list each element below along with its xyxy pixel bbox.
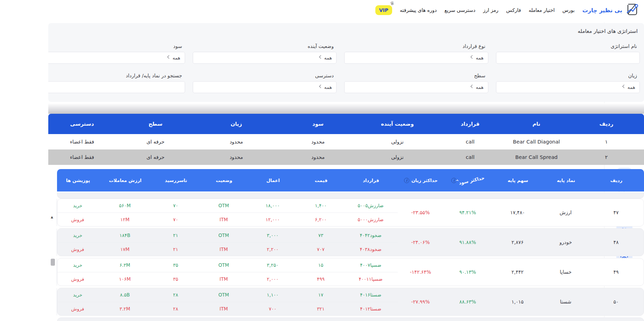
- contracts-header-cell-8[interactable]: وضعیت: [200, 178, 248, 183]
- filter-select-4[interactable]: همه: [496, 81, 640, 93]
- strategies-header-cell-5: زیان: [195, 121, 277, 127]
- filter-select-5[interactable]: همه: [344, 81, 488, 93]
- moneyness-cell: ITM: [200, 276, 247, 282]
- contracts-table-header: ردیفنماد پایهسهم پایه^حداکثر سودiحداکثر …: [57, 169, 644, 191]
- strategies-cell: نزولی: [359, 139, 436, 145]
- vip-badge[interactable]: ♕ VIP: [375, 5, 392, 15]
- filter-select-2[interactable]: همه: [193, 52, 337, 64]
- base-price-cell: ۱,۰۱۵: [492, 288, 543, 315]
- scrollbar-thumb[interactable]: [51, 259, 55, 266]
- strategies-header-cell-7: دسترسی: [48, 121, 116, 127]
- contracts-header-cell-10[interactable]: ارزش معاملات: [99, 178, 151, 183]
- trade-value-cell: ۱۲M: [99, 217, 151, 222]
- strategies-cell: حرفه ای: [116, 139, 195, 145]
- strike-cell: ۱۲,۰۰۰: [247, 217, 298, 222]
- max-profit-cell: ۹۰.۱۳%: [443, 258, 492, 286]
- leg-buy: ضسپا۴۰۰۷۱۵۳,۲۵۰OTM۳۵۶.۳Mخرید: [57, 258, 398, 272]
- strategies-cell: فقط اعضاء: [48, 139, 116, 145]
- strategies-header-cell-4: سود: [277, 121, 359, 127]
- contracts-header-label: نماد پایه: [557, 178, 575, 183]
- strike-cell: ۷۰۰: [247, 306, 298, 312]
- strategies-cell: ۲: [569, 154, 644, 160]
- contracts-header-cell-0[interactable]: ردیف: [589, 178, 644, 183]
- filter-field-1: نوع قراردادهمه: [344, 43, 488, 64]
- contracts-header-label: تاسررسید: [165, 178, 187, 183]
- filter-select-6[interactable]: همه: [193, 81, 337, 93]
- nav-item-1[interactable]: اختیار معامله: [529, 7, 555, 13]
- chevron-down-icon: [319, 84, 323, 88]
- max-loss-cell: -۲۳.۵۵%: [398, 199, 443, 226]
- scroll-up-arrow[interactable]: ▲: [51, 216, 53, 219]
- contracts-header-cell-11[interactable]: پوزیشن ها: [57, 178, 99, 183]
- filter-grid: نام استراتژینوع قراردادهمهوضعیت آیندههمه…: [48, 43, 640, 93]
- contract-link[interactable]: ضستا۴۰۱۲: [344, 306, 398, 312]
- filter-field-0: نام استراتژی: [496, 43, 640, 64]
- moneyness-cell: ITM: [200, 217, 247, 222]
- legs-area: ضستا۴۰۱۶۱۷۱,۱۰۰OTM۲۸۸.۵Bخریدضستا۴۰۱۲۳۲۱۷…: [57, 288, 398, 315]
- filter-select-3[interactable]: همه: [48, 52, 185, 64]
- strategies-table: ردیفنامقراردادوضعیت آیندهسودزیانسطحدسترس…: [48, 114, 644, 165]
- contract-link[interactable]: ضسپا۴۰۰۱۱: [344, 276, 398, 282]
- nav-menu: بورساختیار معاملهفارکسرمز ارزدسترسی سریع…: [400, 7, 575, 13]
- days-to-expiry-cell: ۲۱: [151, 246, 200, 252]
- contracts-header-cell-3[interactable]: ^حداکثر سودi: [444, 178, 493, 183]
- filter-input-0[interactable]: [501, 55, 636, 61]
- brand[interactable]: بی نظیر چارت: [582, 2, 639, 18]
- nav-item-3[interactable]: رمز ارز: [483, 7, 498, 13]
- strategies-cell: محدود: [195, 139, 277, 145]
- trade-value-cell: ۸.۵B: [99, 292, 151, 298]
- info-icon[interactable]: i: [404, 178, 409, 183]
- base-symbol-cell: شستا: [543, 288, 588, 315]
- contracts-header-cell-9[interactable]: تاسررسید: [151, 178, 200, 183]
- nav-item-4[interactable]: دسترسی سریع: [444, 7, 475, 13]
- contracts-header-cell-6[interactable]: قیمت: [298, 178, 344, 183]
- contracts-header-label: قرارداد: [363, 178, 379, 183]
- max-profit-cell: ۹۱.۸۸%: [443, 229, 492, 256]
- crown-icon: ♕: [389, 0, 395, 7]
- vertical-scrollbar[interactable]: ▲: [50, 216, 55, 321]
- row-number-cell: ۴۹: [588, 258, 644, 286]
- contract-link[interactable]: ضارزش۵۰۰۵: [344, 203, 398, 208]
- strategies-row-1[interactable]: ۲Bear Call Spreadcallنزولیمحدودمحدودحرفه…: [48, 149, 644, 165]
- price-cell: ۱,۴۰۰: [298, 203, 344, 208]
- price-cell: ۱۵: [298, 262, 344, 268]
- select-value: همه: [476, 55, 483, 61]
- filters-panel: استراتژی های اختیار معامله نام استراتژین…: [48, 23, 644, 102]
- contract-link[interactable]: ضسپا۴۰۰۷: [344, 262, 398, 268]
- contracts-header-cell-7[interactable]: اعمال: [248, 178, 298, 183]
- contracts-header-cell-4[interactable]: حداکثر زیانi: [398, 178, 444, 183]
- strike-cell: ۱۸,۰۰۰: [247, 203, 298, 208]
- contract-link[interactable]: ضارزش۵۰۰۰: [344, 217, 398, 222]
- trade-value-cell: ۱۰۶M: [99, 276, 151, 282]
- nav-item-0[interactable]: بورس: [562, 7, 575, 13]
- strike-cell: ۱,۱۰۰: [247, 292, 298, 298]
- top-nav: بی نظیر چارت بورساختیار معاملهفارکسرمز ا…: [0, 0, 644, 20]
- next-row-sliver: [57, 317, 644, 321]
- contract-link[interactable]: ضخود۴۰۳۸: [344, 246, 398, 252]
- base-price-cell: ۲,۴۴۲: [492, 258, 543, 286]
- previous-row-sliver: [57, 193, 644, 198]
- strike-cell: ۲,۰۰۰: [247, 276, 298, 282]
- max-profit-cell: ۹۴.۲۱%: [443, 199, 492, 226]
- filter-select-1[interactable]: همه: [344, 52, 488, 64]
- price-cell: ۳۲۱: [298, 306, 344, 312]
- main-content: استراتژی های اختیار معامله نام استراتژین…: [48, 20, 644, 321]
- filter-field-label: وضعیت آینده: [193, 43, 337, 49]
- contracts-table: ردیفنماد پایهسهم پایه^حداکثر سودiحداکثر …: [48, 169, 644, 321]
- nav-item-2[interactable]: فارکس: [506, 7, 521, 13]
- base-price-cell: ۱۷,۴۸۰: [492, 199, 543, 226]
- contract-link[interactable]: ضخود۴۰۴۲: [344, 232, 398, 238]
- brand-name[interactable]: بی نظیر چارت: [582, 7, 622, 14]
- chevron-down-icon: [319, 55, 323, 58]
- position-cell: خرید: [57, 203, 99, 208]
- contracts-header-cell-1[interactable]: نماد پایه: [543, 178, 589, 183]
- contracts-header-cell-5[interactable]: قرارداد: [344, 178, 398, 183]
- strategies-row-0[interactable]: ۱Bear Call Diagonalcallنزولیمحدودمحدودحر…: [48, 134, 644, 149]
- contracts-header-cell-2[interactable]: سهم پایه: [493, 178, 543, 183]
- filter-input-7[interactable]: [48, 84, 181, 90]
- contract-link[interactable]: ضستا۴۰۱۶: [344, 292, 398, 298]
- price-cell: ۶,۲۰۰: [298, 217, 344, 222]
- position-cell: فروش: [57, 306, 99, 312]
- days-to-expiry-cell: ۲۱: [151, 232, 200, 238]
- nav-item-5[interactable]: دوره های پیشرفته: [400, 7, 437, 13]
